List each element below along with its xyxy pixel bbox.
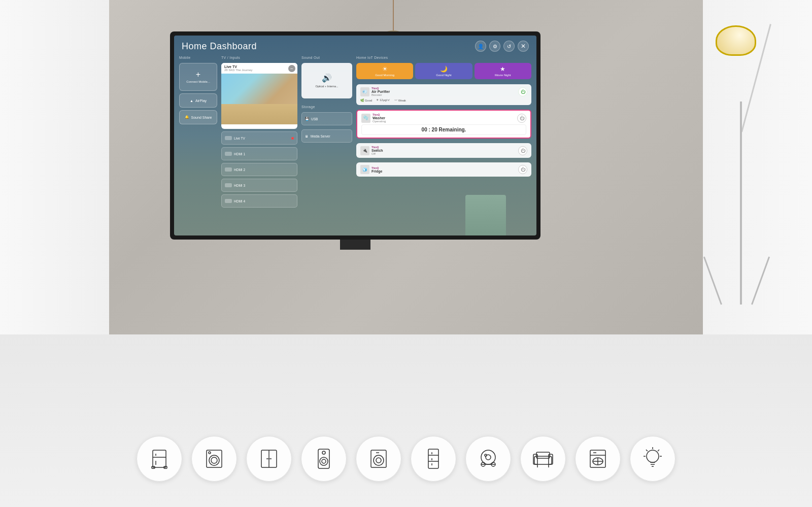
light-bulb-svg <box>640 446 665 471</box>
wine-cooler-svg <box>421 446 446 471</box>
wine-cooler-icon-button[interactable] <box>411 436 456 482</box>
connect-mobile-label: Connect Mobile... <box>186 80 210 83</box>
left-wall <box>0 0 112 345</box>
tv-inputs-label: TV / Inputs <box>221 56 297 59</box>
connect-mobile-button[interactable]: + Connect Mobile... <box>179 63 217 91</box>
svg-rect-22 <box>428 449 438 468</box>
hdmi1-input-item[interactable]: HDMI 1 <box>221 147 297 160</box>
sound-share-label: Sound Share <box>191 116 212 119</box>
dashboard-title: Home Dashboard <box>182 41 257 52</box>
airplay-label: AirPlay <box>195 99 207 103</box>
good-morning-button[interactable]: ☀ Good Morning <box>356 63 413 79</box>
washer-power-button[interactable]: ⏻ <box>517 114 526 123</box>
air-purifier-name: Air Purifier <box>371 90 390 93</box>
svg-point-19 <box>374 455 384 465</box>
minimize-button[interactable]: − <box>288 65 295 72</box>
stat-good: 🌿 Good <box>360 98 372 102</box>
switch-text: ThinQ Switch Off <box>371 146 383 155</box>
media-server-item[interactable]: 🖥 Media Server <box>301 129 352 143</box>
stat-weak: 〰 Weak <box>394 99 406 102</box>
sun-icon: ☀ <box>382 65 388 73</box>
wardrobe-icon-button[interactable] <box>246 436 292 482</box>
refrigerator-svg <box>147 446 172 471</box>
fridge-device: 🧊 ThinQ Fridge ⏻ <box>356 162 531 177</box>
sound-output-panel[interactable]: 🔊 Optical + Interna... <box>301 63 352 98</box>
live-tv-input-item[interactable]: Live TV <box>221 131 297 145</box>
svg-point-33 <box>485 454 487 456</box>
profile-button[interactable]: 👤 <box>475 41 486 52</box>
fridge-name: Fridge <box>371 170 382 173</box>
stat-pm: ☀ 12μg/㎥ <box>376 98 390 103</box>
mobile-column: Mobile + Connect Mobile... ▲ AirPlay 🔔 S… <box>179 56 217 230</box>
svg-line-53 <box>646 450 648 451</box>
sound-output-text: Optical + Interna... <box>315 85 338 88</box>
sound-share-button[interactable]: 🔔 Sound Share <box>179 110 217 124</box>
refrigerator-icon-button[interactable] <box>137 436 182 482</box>
sofa-icon-button[interactable] <box>520 436 566 482</box>
lamp-pole <box>740 102 742 305</box>
switch-power-button[interactable]: ⏻ <box>518 146 527 155</box>
movie-night-button[interactable]: ★ Movie Night <box>475 63 531 79</box>
robot-cleaner-svg <box>476 446 501 471</box>
svg-rect-35 <box>533 454 537 464</box>
tv-frame: Home Dashboard 👤 ⚙ ↺ ✕ <box>170 31 540 240</box>
switch-header: 🔌 ThinQ Switch Off ⏻ <box>360 146 527 155</box>
refresh-icon: ↺ <box>507 44 511 49</box>
live-tv-header: Live TV 28 SKD The Journey − <box>221 63 297 74</box>
washer-info: 🫧 ThinQ Washer Operating <box>361 113 386 123</box>
air-purifier-mode: Booster <box>371 93 390 96</box>
usb-label: USB <box>311 117 318 121</box>
close-button[interactable]: ✕ <box>518 41 529 52</box>
fridge-header: 🧊 ThinQ Fridge ⏻ <box>360 165 527 174</box>
speaker-icon-button[interactable] <box>301 436 347 482</box>
live-tv-main[interactable]: Live TV 28 SKD The Journey − <box>221 63 297 129</box>
profile-icon: 👤 <box>478 44 484 49</box>
dryer-icon-button[interactable] <box>356 436 401 482</box>
switch-status: Off <box>371 152 383 155</box>
washer-svg <box>201 446 227 471</box>
dishwasher-icon-button[interactable] <box>575 436 621 482</box>
good-morning-label: Good Morning <box>375 74 394 77</box>
switch-name: Switch <box>371 149 383 152</box>
airplay-button[interactable]: ▲ AirPlay <box>179 93 217 108</box>
svg-line-54 <box>658 450 659 451</box>
air-purifier-power-button[interactable]: ⏻ <box>518 87 527 96</box>
hdmi4-input-item[interactable]: HDMI 4 <box>221 194 297 208</box>
airplay-icon: ▲ <box>190 99 193 103</box>
live-tv-sub: 28 SKD The Journey <box>224 69 253 72</box>
fridge-power-button[interactable]: ⏻ <box>518 165 527 174</box>
svg-rect-37 <box>536 452 550 458</box>
tv-inputs-column: TV / Inputs Live TV 28 SKD The Journey <box>221 56 297 230</box>
good-night-button[interactable]: 🌙 Good Night <box>415 63 472 79</box>
sound-out-column: Sound Out 🔊 Optical + Interna... Storage… <box>301 56 352 230</box>
hdmi2-input-item[interactable]: HDMI 2 <box>221 163 297 176</box>
light-bulb-icon-button[interactable] <box>630 436 675 482</box>
usb-storage-item[interactable]: 💾 USB <box>301 112 352 125</box>
live-tv-item-label: Live TV <box>234 137 245 140</box>
hdmi1-icon <box>225 152 232 156</box>
iot-modes: ☀ Good Morning 🌙 Good Night ★ Movie Nigh… <box>356 63 531 79</box>
tv-screen: Home Dashboard 👤 ⚙ ↺ ✕ <box>174 36 536 235</box>
live-indicator <box>291 137 294 140</box>
movie-night-label: Movie Night <box>495 74 511 77</box>
svg-point-15 <box>320 457 328 465</box>
washer-status: Operating <box>373 120 386 123</box>
hdmi2-icon <box>225 167 232 172</box>
svg-point-20 <box>376 458 381 463</box>
refresh-button[interactable]: ↺ <box>503 41 515 52</box>
fridge-info: 🧊 ThinQ Fridge <box>360 165 382 174</box>
switch-icon: 🔌 <box>360 146 369 155</box>
sound-out-label: Sound Out <box>301 56 352 59</box>
washer-name: Washer <box>373 116 386 120</box>
settings-button[interactable]: ⚙ <box>489 41 500 52</box>
dryer-svg <box>366 446 391 471</box>
svg-point-9 <box>209 452 211 454</box>
robot-cleaner-icon-button[interactable] <box>465 436 511 482</box>
hdmi3-input-item[interactable]: HDMI 3 <box>221 179 297 192</box>
washer-icon-button[interactable] <box>191 436 237 482</box>
gear-icon: ⚙ <box>493 44 497 49</box>
hdmi4-label: HDMI 4 <box>234 199 245 203</box>
live-tv-title: Live TV <box>224 65 253 69</box>
usb-icon: 💾 <box>305 117 309 121</box>
good-night-label: Good Night <box>436 74 451 77</box>
